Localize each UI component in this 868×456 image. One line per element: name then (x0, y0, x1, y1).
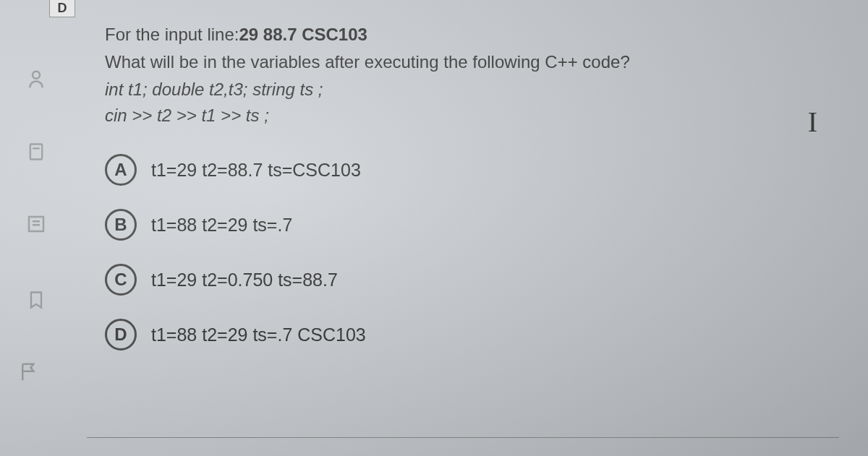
option-b[interactable]: B t1=88 t2=29 ts=.7 (105, 209, 825, 241)
input-data: 29 88.7 CSC103 (239, 25, 367, 44)
intro-text: For the input line: (105, 25, 239, 44)
person-icon (22, 65, 51, 94)
flag-icon (14, 358, 43, 387)
option-text-c: t1=29 t2=0.750 ts=88.7 (151, 270, 338, 291)
question-prompt: What will be in the variables after exec… (105, 49, 825, 75)
option-c[interactable]: C t1=29 t2=0.750 ts=88.7 (105, 264, 825, 296)
code-line-1: int t1; double t2,t3; string ts ; (105, 77, 825, 103)
option-letter-b: B (105, 209, 137, 241)
notes-icon (22, 210, 51, 238)
option-letter-a: A (105, 154, 137, 186)
bookmark-icon (22, 285, 51, 314)
answer-options: A t1=29 t2=88.7 ts=CSC103 B t1=88 t2=29 … (105, 154, 825, 350)
document-icon (22, 137, 51, 166)
option-text-a: t1=29 t2=88.7 ts=CSC103 (151, 160, 361, 181)
sidebar (0, 0, 72, 456)
svg-point-0 (33, 72, 40, 79)
question-intro-line: For the input line:29 88.7 CSC103 (105, 22, 825, 48)
option-letter-d: D (105, 319, 137, 350)
svg-rect-1 (30, 145, 42, 160)
divider-line (87, 437, 839, 438)
option-letter-c: C (105, 264, 137, 296)
code-line-2: cin >> t2 >> t1 >> ts ; (105, 103, 825, 129)
option-d[interactable]: D t1=88 t2=29 ts=.7 CSC103 (105, 319, 825, 350)
option-a[interactable]: A t1=29 t2=88.7 ts=CSC103 (105, 154, 825, 186)
text-cursor-icon: I (808, 105, 817, 139)
question-content: For the input line:29 88.7 CSC103 What w… (105, 22, 825, 374)
option-text-d: t1=88 t2=29 ts=.7 CSC103 (151, 324, 366, 345)
option-text-b: t1=88 t2=29 ts=.7 (151, 215, 292, 236)
